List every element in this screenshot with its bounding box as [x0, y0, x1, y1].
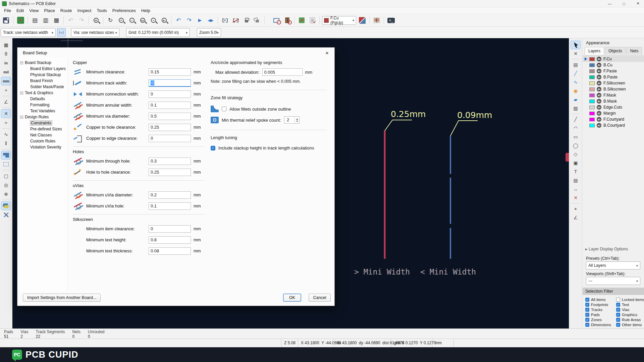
rule-area-tool[interactable]: ▨: [571, 104, 580, 112]
setting-input[interactable]: 0.15: [149, 68, 191, 76]
spinner-down-button[interactable]: [296, 121, 298, 122]
active-layer-select[interactable]: F.Cu (PgUp)▾: [322, 16, 356, 25]
filter-vias[interactable]: ✓Vias: [616, 307, 644, 312]
add-textbox-tool[interactable]: ▤: [571, 176, 580, 184]
draw-arc-tool[interactable]: ◠: [571, 124, 580, 132]
delete-tool[interactable]: ✕: [571, 194, 580, 202]
units-inches-button[interactable]: in: [1, 59, 11, 67]
layer-row-b-paste[interactable]: B.Paste: [583, 74, 644, 80]
page-settings-button[interactable]: ▤: [30, 16, 40, 25]
run-router-button[interactable]: ►: [195, 16, 205, 25]
layer-color-swatch[interactable]: [589, 100, 595, 103]
add-footprint-tool[interactable]: ▤: [571, 61, 580, 69]
menu-view[interactable]: View: [26, 7, 41, 14]
zone-fill-mode-button[interactable]: [1, 151, 11, 159]
lock-button[interactable]: [242, 16, 251, 25]
tree-item[interactable]: Custom Rules: [17, 138, 67, 144]
footprint-outline-button[interactable]: ▢: [1, 172, 11, 180]
net-highlight-button[interactable]: ∿: [1, 130, 11, 138]
setting-input[interactable]: 0: [149, 225, 191, 233]
max-deviation-input[interactable]: 0.005: [262, 68, 303, 76]
layer-color-swatch[interactable]: [589, 106, 595, 109]
import-settings-button[interactable]: Import Settings from Another Board...: [23, 294, 101, 302]
presets-select[interactable]: All Layers ▾: [586, 261, 640, 269]
ratsnest-visibility-button[interactable]: ✕: [1, 110, 11, 118]
route-tracks-tool[interactable]: ╱: [571, 69, 580, 77]
layer-row-f-courtyard[interactable]: F.Courtyard: [583, 116, 644, 122]
setting-input[interactable]: 0.08: [149, 247, 191, 255]
layer-color-swatch[interactable]: [589, 75, 595, 79]
layer-color-swatch[interactable]: [589, 57, 595, 61]
draw-line-tool[interactable]: ╱: [571, 115, 580, 123]
zoom-fit-button[interactable]: ▭: [138, 16, 147, 25]
visibility-eye-icon[interactable]: [597, 69, 601, 73]
track-width-select[interactable]: Track: use netclass width ▾: [1, 28, 56, 37]
local-ratsnest-button[interactable]: ‖: [1, 139, 11, 147]
menu-edit[interactable]: Edit: [14, 7, 26, 14]
layer-color-swatch[interactable]: [589, 118, 595, 121]
preferences-button[interactable]: [1, 211, 11, 219]
tree-item[interactable]: Constraints: [17, 120, 67, 126]
visibility-eye-icon[interactable]: [597, 93, 601, 98]
setting-input[interactable]: 0: [149, 135, 191, 142]
draw-polygon-tool[interactable]: ◇: [571, 150, 580, 158]
collapse-icon[interactable]: [20, 92, 23, 95]
setting-input[interactable]: 0.25: [149, 124, 191, 131]
draw-rectangle-tool[interactable]: ▭: [571, 133, 580, 141]
tree-item[interactable]: Board Editor Layers: [17, 66, 67, 72]
layer-row-b-mask[interactable]: B.Mask: [583, 98, 644, 104]
drc-button[interactable]: [308, 16, 317, 25]
back-button[interactable]: ↶: [174, 16, 183, 25]
ratsnest-tool[interactable]: ✕: [571, 50, 580, 58]
cursor-style-button[interactable]: +: [1, 86, 11, 94]
zone-outline-mode-button[interactable]: [1, 160, 11, 168]
filter-tracks[interactable]: ✓Tracks: [585, 307, 614, 312]
layer-color-swatch[interactable]: [589, 112, 595, 115]
hidden-panel-tab[interactable]: [566, 153, 569, 162]
menu-help[interactable]: Help: [139, 7, 153, 14]
search-button[interactable]: A: [91, 16, 101, 25]
layer-color-swatch[interactable]: [589, 69, 595, 73]
setting-input[interactable]: 0.5: [149, 113, 191, 120]
save-button[interactable]: [1, 16, 11, 25]
tree-item[interactable]: Defaults: [17, 96, 67, 102]
layer-row-margin[interactable]: Margin: [583, 110, 644, 116]
tree-item[interactable]: Board Stackup: [17, 60, 67, 66]
forward-button[interactable]: ↷: [184, 16, 194, 25]
plot-button[interactable]: ▦: [52, 16, 61, 25]
menu-tools[interactable]: Tools: [94, 7, 109, 14]
layer-row-f-silkscreen[interactable]: F.Silkscreen: [583, 80, 644, 86]
grid-origin-tool[interactable]: ⌖: [571, 205, 580, 213]
visibility-eye-icon[interactable]: [597, 111, 601, 116]
units-mils-button[interactable]: mil: [1, 68, 11, 76]
layer-color-swatch[interactable]: [589, 63, 595, 67]
cancel-button[interactable]: Cancel: [309, 294, 331, 302]
zoom-objects-button[interactable]: ▪: [149, 16, 158, 25]
filter-zones[interactable]: ✓Zones: [585, 317, 614, 322]
ungroup-button[interactable]: [231, 16, 240, 25]
print-button[interactable]: ▥: [41, 16, 50, 25]
minimize-button[interactable]: —: [604, 0, 616, 7]
group-button[interactable]: [220, 16, 230, 25]
curved-ratsnest-button[interactable]: ≈: [1, 119, 11, 127]
units-mm-button[interactable]: mm: [1, 77, 11, 85]
setting-input[interactable]: 0.3: [149, 158, 191, 165]
filter-graphics[interactable]: ✓Graphics: [616, 312, 644, 317]
tab-nets[interactable]: Nets: [627, 47, 642, 55]
layer-color-swatch[interactable]: [589, 94, 595, 97]
add-zone-tool[interactable]: ▰: [571, 96, 580, 104]
add-text-tool[interactable]: T: [571, 168, 580, 176]
polar-coords-button[interactable]: θ: [1, 50, 11, 58]
flip-view-button[interactable]: ◂▸: [206, 16, 215, 25]
visibility-eye-icon[interactable]: [597, 81, 601, 85]
high-contrast-button[interactable]: [1, 202, 11, 210]
setting-input[interactable]: 0.25: [149, 169, 191, 176]
viewports-select[interactable]: --- ▾: [586, 277, 640, 285]
angle-mode-button[interactable]: ∠: [1, 98, 11, 106]
setting-input[interactable]: 0.1: [149, 202, 191, 210]
tune-length-tool[interactable]: ∿: [571, 78, 580, 86]
footprint-checker-button[interactable]: [272, 16, 281, 25]
tree-item[interactable]: Board Finish: [17, 78, 67, 84]
layer-color-swatch[interactable]: [589, 81, 595, 85]
collapse-icon[interactable]: [20, 116, 23, 119]
